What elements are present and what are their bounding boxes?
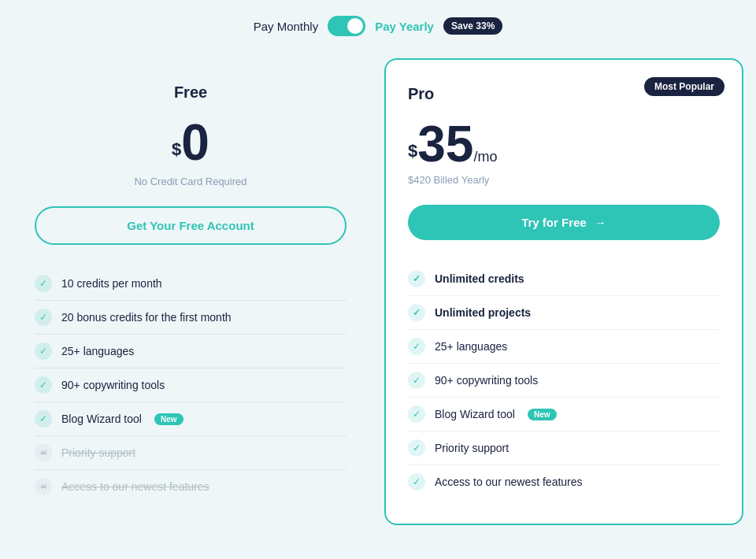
pro-plan-card: Most Popular Pro $35/mo $420 Billed Year…: [384, 58, 743, 525]
feature-text: Priority support: [435, 442, 509, 454]
pro-price-amount: 35: [417, 116, 473, 172]
check-icon: ✓: [35, 410, 52, 428]
arrow-icon: →: [595, 216, 606, 229]
pro-price-block: $35/mo: [408, 119, 720, 169]
list-item: ✕Priority support: [35, 436, 346, 470]
pay-yearly-label: Pay Yearly: [375, 20, 434, 33]
pay-monthly-label: Pay Monthly: [254, 20, 319, 33]
new-badge: New: [154, 413, 183, 425]
feature-text: 90+ copywriting tools: [61, 379, 165, 391]
pro-price-period: /mo: [473, 149, 497, 165]
pro-cta-label: Try for Free: [521, 216, 587, 229]
check-icon: ✓: [408, 338, 425, 355]
list-item: ✓Unlimited projects: [408, 296, 720, 330]
check-icon: ✓: [408, 473, 425, 491]
check-icon: ✓: [35, 342, 52, 360]
check-icon: ✓: [408, 304, 425, 321]
pricing-cards: Free $0 No Credit Card Required Get Your…: [13, 58, 743, 525]
feature-text: Access to our newest features: [61, 480, 209, 493]
free-cta-button[interactable]: Get Your Free Account: [35, 206, 346, 245]
list-item: ✓Blog Wizard toolNew: [408, 398, 720, 431]
feature-text: Access to our newest features: [435, 476, 583, 488]
free-plan-card: Free $0 No Credit Card Required Get Your…: [13, 58, 369, 525]
free-price-amount: 0: [181, 114, 209, 171]
feature-text: Unlimited credits: [435, 272, 524, 285]
feature-text: Blog Wizard tool: [61, 413, 142, 425]
check-icon: ✓: [35, 309, 52, 326]
most-popular-badge: Most Popular: [644, 77, 724, 96]
free-price-block: $0: [35, 117, 346, 168]
feature-text: Unlimited projects: [435, 306, 531, 319]
list-item: ✓20 bonus credits for the first month: [35, 301, 346, 335]
list-item: ✓Unlimited credits: [408, 262, 720, 296]
free-dollar-sign: $: [172, 139, 181, 159]
toggle-thumb: [347, 18, 363, 34]
feature-text: 20 bonus credits for the first month: [61, 311, 232, 324]
new-badge: New: [528, 409, 557, 420]
check-icon: ✓: [35, 376, 52, 394]
list-item: ✕Access to our newest features: [35, 470, 346, 503]
list-item: ✓25+ languages: [408, 330, 720, 364]
x-icon: ✕: [35, 444, 52, 461]
list-item: ✓90+ copywriting tools: [408, 364, 720, 398]
x-icon: ✕: [35, 478, 52, 495]
list-item: ✓Blog Wizard toolNew: [35, 402, 346, 436]
pro-billed-text: $420 Billed Yearly: [408, 174, 720, 186]
feature-text: 25+ languages: [435, 340, 507, 353]
save-badge: Save 33%: [443, 17, 502, 35]
check-icon: ✓: [408, 405, 425, 423]
check-icon: ✓: [408, 372, 425, 389]
check-icon: ✓: [35, 275, 52, 292]
pro-dollar-sign: $: [408, 141, 417, 161]
list-item: ✓Priority support: [408, 431, 720, 465]
free-plan-title: Free: [35, 83, 346, 102]
feature-text: 25+ languages: [61, 345, 134, 357]
free-feature-list: ✓10 credits per month✓20 bonus credits f…: [35, 267, 346, 503]
feature-text: 90+ copywriting tools: [435, 374, 538, 387]
check-icon: ✓: [408, 439, 425, 457]
list-item: ✓Access to our newest features: [408, 465, 720, 498]
billing-toggle-switch[interactable]: [328, 16, 365, 36]
pro-feature-list: ✓Unlimited credits✓Unlimited projects✓25…: [408, 262, 720, 498]
list-item: ✓25+ languages: [35, 335, 346, 368]
list-item: ✓90+ copywriting tools: [35, 368, 346, 402]
pro-cta-button[interactable]: Try for Free →: [408, 205, 720, 240]
billing-toggle-row: Pay Monthly Pay Yearly Save 33%: [254, 16, 503, 36]
check-icon: ✓: [408, 270, 425, 287]
feature-text: Priority support: [61, 446, 135, 459]
list-item: ✓10 credits per month: [35, 267, 346, 301]
feature-text: 10 credits per month: [61, 277, 162, 290]
free-sub-text: No Credit Card Required: [35, 176, 346, 187]
feature-text: Blog Wizard tool: [435, 408, 515, 420]
